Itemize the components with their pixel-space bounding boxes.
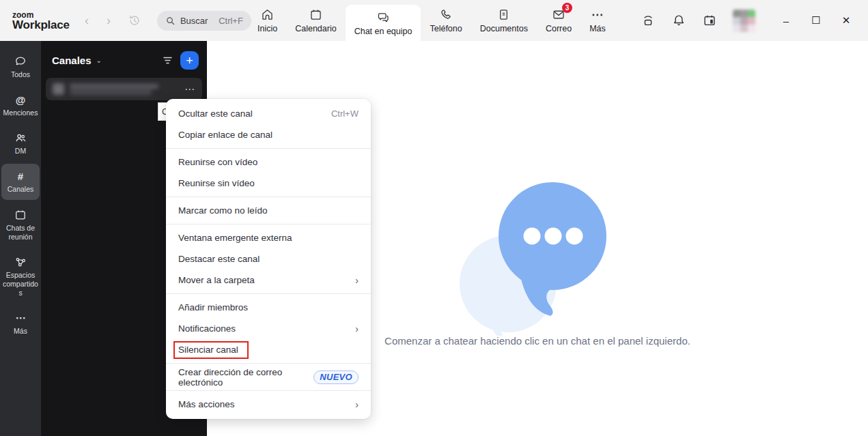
menu-item-label: Crear dirección de correo electrónico (178, 367, 307, 388)
sidebar-item-label: Todos (11, 70, 30, 79)
close-button[interactable]: ✕ (831, 14, 861, 27)
sidebar-item-label: Más (14, 327, 27, 336)
tab-label: Más (589, 24, 606, 33)
menu-item-label: Notificaciones (178, 323, 236, 334)
sidebar-item-label: Canales (8, 185, 34, 194)
more-icon: ⋯ (16, 311, 26, 325)
sidebar-item-mas[interactable]: ⋯ Más (1, 306, 40, 341)
search-input[interactable]: Buscar Ctrl+F (157, 11, 251, 31)
maximize-button[interactable]: ☐ (801, 14, 831, 27)
menu-item-mover-a-la-carpeta[interactable]: Mover a la carpeta › (166, 270, 371, 291)
sidebar-item-label: Menciones (3, 108, 38, 117)
menu-item-mas-acciones[interactable]: Más acciones › (166, 394, 371, 415)
home-icon (260, 8, 275, 22)
submenu-chevron-icon: › (355, 399, 359, 410)
menu-divider (166, 293, 371, 294)
sidebar-item-todos[interactable]: Todos (1, 49, 40, 85)
menu-item-reunirse-sin-video[interactable]: Reunirse sin vídeo (166, 173, 371, 194)
submenu-chevron-icon: › (355, 275, 359, 286)
tab-calendario[interactable]: Calendario (286, 0, 345, 41)
menu-item-ocultar-este-canal[interactable]: Ocultar este canal Ctrl+W (166, 103, 371, 124)
tab-documentos[interactable]: Documentos (471, 0, 537, 41)
menu-divider (166, 148, 371, 149)
documents-icon (496, 8, 511, 22)
channel-list-item[interactable]: ⋯ (46, 78, 202, 100)
tab-label: Teléfono (430, 24, 462, 33)
sidebar-item-canales[interactable]: # Canales (1, 164, 40, 199)
connect-device-icon[interactable] (641, 13, 656, 28)
notifications-bell-icon[interactable] (671, 13, 686, 28)
menu-item-reunirse-con-video[interactable]: Reunirse con vídeo (166, 151, 371, 173)
submenu-chevron-icon: › (355, 323, 359, 334)
hash-icon: # (18, 169, 23, 183)
back-button[interactable]: ‹ (85, 14, 89, 28)
at-icon: @ (16, 93, 26, 106)
chat-empty-state-illustration (457, 177, 611, 336)
forward-button[interactable]: › (107, 14, 111, 28)
menu-item-crear-direccion-de-correo[interactable]: Crear dirección de correo electrónico NU… (166, 366, 371, 388)
user-avatar[interactable] (733, 10, 755, 32)
search-placeholder: Buscar (180, 16, 208, 26)
tab-label: Documentos (480, 24, 528, 33)
menu-item-label: Más acciones (178, 399, 235, 409)
menu-item-label: Ocultar este canal (178, 108, 253, 119)
minimize-button[interactable]: – (771, 15, 801, 27)
chevron-down-icon[interactable]: ⌄ (96, 57, 102, 64)
logo-workplace: Workplace (12, 19, 70, 31)
sidebar-item-chats-de-reunion[interactable]: Chats de reunión (1, 203, 40, 247)
zoom-workplace-logo: zoom Workplace (12, 11, 70, 31)
sidebar-item-label: Espacios compartidos (2, 271, 39, 297)
add-channel-button[interactable]: + (180, 51, 199, 70)
people-icon (14, 131, 28, 145)
menu-item-copiar-enlace-de-canal[interactable]: Copiar enlace de canal (166, 124, 371, 145)
menu-item-silenciar-canal[interactable]: Silenciar canal (166, 339, 371, 360)
channel-more-options-icon[interactable]: ⋯ (184, 83, 195, 96)
menu-divider (166, 197, 371, 197)
filter-icon[interactable] (161, 54, 174, 67)
sidebar-item-espacios-compartidos[interactable]: Espacios compartidos (1, 250, 40, 303)
tab-label: Correo (546, 24, 572, 33)
tab-inicio[interactable]: Inicio (249, 0, 286, 41)
menu-item-ventana-emergente-externa[interactable]: Ventana emergente externa (166, 227, 371, 248)
menu-item-label: Reunirse con vídeo (178, 157, 257, 167)
tab-label: Chat en equipo (354, 27, 412, 36)
menu-item-label: Reunirse sin vídeo (178, 178, 255, 188)
menu-item-notificaciones[interactable]: Notificaciones › (166, 318, 371, 339)
chat-bubble-icon (14, 55, 27, 68)
scheduler-device-icon[interactable] (702, 13, 717, 28)
menu-divider (166, 390, 371, 391)
logo-zoom: zoom (12, 11, 70, 19)
menu-item-shortcut: Ctrl+W (331, 108, 359, 119)
sidebar-item-dm[interactable]: DM (1, 126, 40, 161)
menu-item-marcar-como-no-leido[interactable]: Marcar como no leído (166, 200, 371, 221)
calendar-icon (309, 8, 323, 22)
menu-item-label: Silenciar canal (178, 345, 238, 355)
menu-divider (166, 224, 371, 224)
tab-telefono[interactable]: Teléfono (421, 0, 471, 41)
tab-label: Calendario (295, 24, 336, 33)
red-annotation-box: Silenciar canal (173, 341, 249, 359)
menu-item-label: Destacar este canal (178, 254, 260, 264)
tab-correo[interactable]: 3 Correo (537, 0, 580, 41)
tab-chat-en-equipo[interactable]: Chat en equipo (346, 5, 421, 41)
sidebar-item-label: Chats de reunión (2, 224, 39, 242)
menu-item-destacar-este-canal[interactable]: Destacar este canal (166, 248, 371, 270)
channel-name-blurred (53, 83, 172, 96)
menu-item-label: Añadir miembros (178, 302, 248, 313)
menu-item-anadir-miembros[interactable]: Añadir miembros (166, 297, 371, 318)
more-icon: ⋯ (591, 8, 604, 22)
phone-icon (439, 8, 453, 22)
menu-item-label: Mover a la carpeta (178, 275, 255, 285)
sidebar-item-menciones[interactable]: @ Menciones (1, 87, 40, 123)
team-chat-icon (376, 10, 391, 25)
channels-title[interactable]: Canales (52, 55, 92, 66)
search-shortcut: Ctrl+F (219, 16, 243, 26)
tab-mas[interactable]: ⋯ Más (580, 0, 615, 41)
search-icon (165, 16, 176, 26)
history-icon[interactable] (127, 13, 142, 28)
main-tabs: Inicio Calendario Chat en equipo (249, 0, 615, 41)
menu-item-label: Copiar enlace de canal (178, 130, 272, 140)
tab-label: Inicio (257, 24, 277, 33)
mail-icon: 3 (551, 8, 566, 22)
nuevo-badge: NUEVO (313, 370, 359, 384)
